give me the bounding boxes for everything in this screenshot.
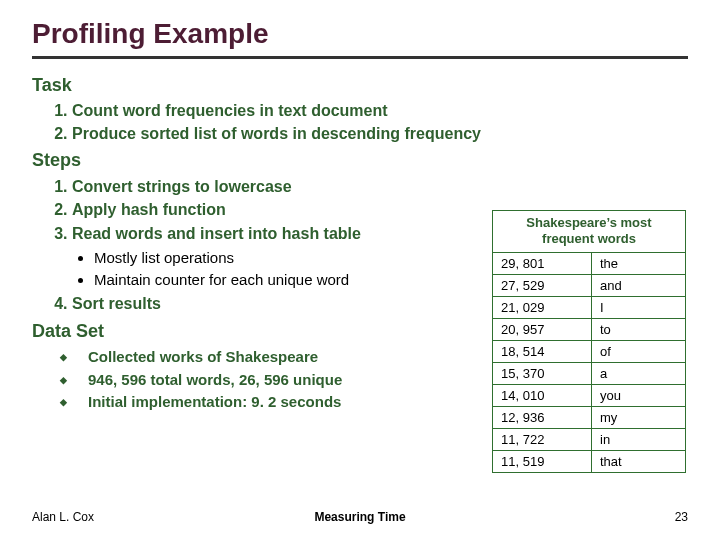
- freq-word: a: [592, 362, 686, 384]
- freq-word: I: [592, 296, 686, 318]
- table-row: 14, 010you: [493, 384, 686, 406]
- table-row: 18, 514of: [493, 340, 686, 362]
- table-row: 11, 519that: [493, 450, 686, 472]
- heading-steps: Steps: [32, 150, 688, 171]
- title-rule: [32, 56, 688, 59]
- freq-count: 11, 519: [493, 450, 592, 472]
- table-row: 21, 029I: [493, 296, 686, 318]
- freq-word: in: [592, 428, 686, 450]
- table-row: 20, 957to: [493, 318, 686, 340]
- table-row: 11, 722in: [493, 428, 686, 450]
- table-row: 29, 801the: [493, 252, 686, 274]
- frequency-table: Shakespeare’s most frequent words 29, 80…: [492, 210, 686, 473]
- freq-word: to: [592, 318, 686, 340]
- freq-count: 15, 370: [493, 362, 592, 384]
- footer-page: 23: [675, 510, 688, 524]
- freq-word: and: [592, 274, 686, 296]
- heading-task: Task: [32, 75, 688, 96]
- slide: Profiling Example Task Count word freque…: [0, 0, 720, 540]
- list-item: Produce sorted list of words in descendi…: [72, 123, 688, 145]
- freq-word: that: [592, 450, 686, 472]
- list-item: Count word frequencies in text document: [72, 100, 688, 122]
- freq-count: 27, 529: [493, 274, 592, 296]
- freq-count: 14, 010: [493, 384, 592, 406]
- step-text: Read words and insert into hash table: [72, 225, 361, 242]
- freq-count: 21, 029: [493, 296, 592, 318]
- freq-count: 11, 722: [493, 428, 592, 450]
- freq-word: of: [592, 340, 686, 362]
- freq-word: you: [592, 384, 686, 406]
- table-row: 12, 936my: [493, 406, 686, 428]
- table-row: 27, 529and: [493, 274, 686, 296]
- task-list: Count word frequencies in text document …: [72, 100, 688, 144]
- freq-word: my: [592, 406, 686, 428]
- slide-title: Profiling Example: [32, 18, 688, 50]
- list-item: Convert strings to lowercase: [72, 175, 688, 198]
- table-caption: Shakespeare’s most frequent words: [493, 211, 686, 253]
- table-row: 15, 370a: [493, 362, 686, 384]
- freq-count: 12, 936: [493, 406, 592, 428]
- freq-count: 18, 514: [493, 340, 592, 362]
- freq-count: 29, 801: [493, 252, 592, 274]
- freq-word: the: [592, 252, 686, 274]
- freq-count: 20, 957: [493, 318, 592, 340]
- footer-title: Measuring Time: [32, 510, 688, 524]
